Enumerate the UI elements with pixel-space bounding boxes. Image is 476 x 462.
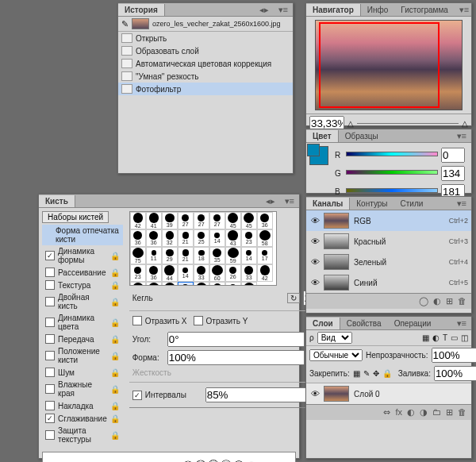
brush-preset[interactable]: 26 bbox=[225, 264, 241, 282]
menu-icon[interactable]: ▾≡ bbox=[452, 129, 471, 143]
lock-icon[interactable]: 🔒 bbox=[110, 385, 120, 394]
brush-preset[interactable]: 39 bbox=[162, 212, 178, 229]
brush-preset[interactable]: 42 bbox=[130, 212, 146, 229]
tab-Образцы[interactable]: Образцы bbox=[339, 130, 385, 142]
brush-preset[interactable]: 45 bbox=[241, 212, 257, 229]
tab-Инфо[interactable]: Инфо bbox=[361, 4, 395, 16]
lock-icon[interactable]: 🔒 bbox=[110, 402, 120, 410]
tab-Навигатор[interactable]: Навигатор bbox=[306, 4, 361, 16]
brush-preset[interactable]: 36 bbox=[146, 229, 162, 247]
shape-input[interactable] bbox=[167, 350, 305, 365]
brush-option[interactable]: Двойная кисть🔒 bbox=[42, 291, 123, 312]
filter-shape-icon[interactable]: ▭ bbox=[451, 333, 458, 342]
lock-move-icon[interactable]: ✥ bbox=[373, 369, 379, 378]
brush-option[interactable]: Шум🔒 bbox=[42, 366, 123, 379]
flip-x-checkbox[interactable] bbox=[132, 316, 142, 325]
history-item[interactable]: Фотофильтр bbox=[118, 83, 293, 95]
brush-preset[interactable]: 50 bbox=[162, 282, 178, 286]
delete-icon[interactable]: 🗑 bbox=[458, 407, 466, 418]
option-checkbox[interactable]: ✓ bbox=[45, 251, 55, 260]
filter-adjust-icon[interactable]: ◐ bbox=[432, 333, 440, 342]
eye-icon[interactable]: 👁 bbox=[309, 216, 321, 225]
delete-icon[interactable]: 🗑 bbox=[458, 296, 466, 306]
channel-row[interactable]: 👁ЗеленыйCtrl+4 bbox=[306, 252, 471, 272]
brush-preset[interactable]: 29 bbox=[162, 247, 178, 264]
brush-preset[interactable]: 27 bbox=[225, 282, 241, 286]
brush-preset[interactable]: 23 bbox=[130, 264, 146, 282]
brush-preset[interactable]: 14 bbox=[209, 229, 225, 247]
brush-preset[interactable]: 27 bbox=[209, 212, 225, 229]
lock-icon[interactable]: 🔒 bbox=[110, 318, 120, 327]
brush-preset[interactable]: 36 bbox=[257, 212, 273, 229]
layer-row[interactable]: 👁 Слой 0 bbox=[306, 383, 471, 404]
brush-preset[interactable]: 23 bbox=[241, 229, 257, 247]
brush-option[interactable]: Накладка🔒 bbox=[42, 399, 123, 412]
brush-preset[interactable]: 41 bbox=[146, 212, 162, 229]
brush-preset[interactable]: 21 bbox=[178, 247, 194, 264]
tab-Цвет[interactable]: Цвет bbox=[306, 130, 339, 142]
brush-preset[interactable]: 62 bbox=[194, 282, 209, 286]
history-source-row[interactable]: ✎ ozero_les_vecher_zakat_2560x1600.jpg bbox=[118, 17, 293, 32]
tab-Контуры[interactable]: Контуры bbox=[350, 198, 393, 210]
option-checkbox[interactable] bbox=[45, 297, 55, 306]
brush-preset[interactable]: 58 bbox=[257, 229, 273, 247]
channel-row[interactable]: 👁КрасныйCtrl+3 bbox=[306, 231, 471, 252]
kind-select[interactable]: Вид bbox=[317, 332, 352, 344]
filter-pixel-icon[interactable]: ▦ bbox=[422, 333, 429, 342]
history-item[interactable]: "Умная" резкость bbox=[118, 70, 293, 83]
mask-icon[interactable]: ◐ bbox=[407, 407, 415, 418]
brush-preset[interactable]: 33 bbox=[241, 264, 257, 282]
brush-grid[interactable]: 4241392727274545363636322125144323587511… bbox=[129, 211, 277, 286]
link-icon[interactable]: ⇔ bbox=[383, 407, 390, 418]
adjustment-icon[interactable]: ◑ bbox=[420, 407, 428, 418]
spacing-checkbox[interactable]: ✓ bbox=[132, 391, 142, 400]
fill-input[interactable] bbox=[434, 366, 476, 381]
brush-tab[interactable]: Кисть bbox=[39, 195, 75, 207]
eye-icon[interactable]: 👁 bbox=[309, 389, 321, 398]
menu-icon[interactable]: ▾≡ bbox=[452, 317, 471, 330]
brush-option[interactable]: Динамика цвета🔒 bbox=[42, 312, 123, 333]
brush-preset[interactable]: 14 bbox=[241, 247, 257, 264]
brush-option[interactable]: Текстура🔒 bbox=[42, 279, 123, 291]
brush-preset[interactable]: 18 bbox=[194, 247, 209, 264]
brush-option[interactable]: Передача🔒 bbox=[42, 333, 123, 345]
brush-preset[interactable]: 44 bbox=[162, 264, 178, 282]
brush-preset[interactable]: 75 bbox=[130, 247, 146, 264]
option-checkbox[interactable] bbox=[45, 368, 55, 377]
zoom-in-icon[interactable]: △ bbox=[462, 119, 468, 128]
option-checkbox[interactable]: ✓ bbox=[45, 414, 55, 423]
load-selection-icon[interactable]: ◯ bbox=[419, 296, 428, 306]
brush-preset[interactable]: 17 bbox=[257, 247, 273, 264]
channel-row[interactable]: 👁RGBCtrl+2 bbox=[306, 210, 471, 231]
tab-Стили[interactable]: Стили bbox=[394, 198, 430, 210]
option-checkbox[interactable] bbox=[45, 280, 55, 290]
close-icon[interactable]: ◂▸ bbox=[255, 3, 274, 17]
close-icon[interactable]: ◂▸ bbox=[261, 194, 280, 208]
flip-icon[interactable]: ↻ bbox=[287, 293, 300, 303]
brush-preset[interactable]: 36 bbox=[130, 229, 146, 247]
brush-preset[interactable]: 27 bbox=[178, 212, 194, 229]
option-checkbox[interactable] bbox=[45, 268, 55, 277]
flip-y-checkbox[interactable] bbox=[194, 316, 203, 325]
lock-icon[interactable]: 🔒 bbox=[110, 414, 120, 423]
lock-icon[interactable]: 🔒 bbox=[110, 352, 120, 360]
option-checkbox[interactable] bbox=[45, 430, 55, 440]
tab-Слои[interactable]: Слои bbox=[306, 318, 340, 329]
tab-Гистограмма[interactable]: Гистограмма bbox=[394, 4, 455, 16]
brush-option[interactable]: Влажные края🔒 bbox=[42, 379, 123, 399]
lock-icon[interactable]: 🔒 bbox=[110, 298, 120, 306]
brush-preset[interactable]: 27 bbox=[194, 212, 209, 229]
history-item[interactable]: Открыть bbox=[118, 32, 293, 44]
filter-icon[interactable]: ρ bbox=[309, 333, 314, 342]
filter-smart-icon[interactable]: ◫ bbox=[461, 333, 468, 342]
navigator-viewport[interactable] bbox=[319, 22, 440, 108]
r-input[interactable] bbox=[441, 148, 465, 163]
brush-preset[interactable]: 45 bbox=[225, 212, 241, 229]
eye-icon[interactable]: 👁 bbox=[309, 278, 321, 287]
brush-option[interactable]: Рассеивание🔒 bbox=[42, 266, 123, 279]
menu-icon[interactable]: ▾≡ bbox=[274, 3, 293, 17]
lock-icon[interactable]: 🔒 bbox=[110, 281, 120, 290]
brush-preset[interactable]: 50 bbox=[241, 282, 257, 286]
option-checkbox[interactable] bbox=[45, 384, 55, 394]
lock-icon[interactable]: 🔒 bbox=[110, 335, 120, 344]
